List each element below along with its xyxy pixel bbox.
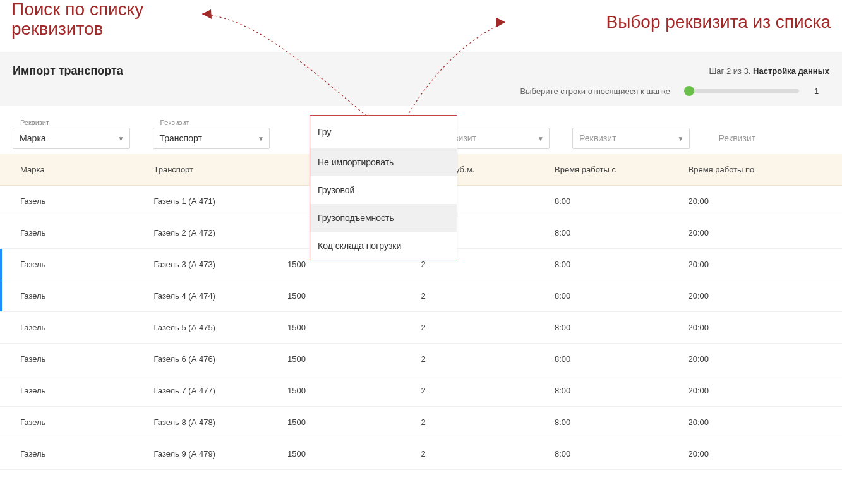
table-cell: 8:00 — [555, 196, 689, 206]
table-cell: 2 — [421, 417, 555, 427]
dropdown-item-warehouse-code[interactable]: Код склада погрузки — [310, 232, 457, 260]
col4-select-value: Реквизит — [579, 133, 616, 143]
column-1: Реквизит Транспорт ▼ — [153, 119, 270, 153]
col5-select[interactable]: Реквизит — [713, 128, 830, 149]
table-cell: Газель 8 (А 478) — [154, 417, 288, 427]
chevron-down-icon: ▼ — [258, 135, 264, 142]
dropdown-item-capacity[interactable]: Грузоподъемность — [310, 204, 457, 232]
table-row[interactable]: ГазельГазель 9 (А 479)150028:0020:00 — [0, 438, 842, 470]
table-cell: 8:00 — [555, 386, 689, 395]
table-cell: 20:00 — [689, 228, 822, 237]
table-cell: Газель — [20, 386, 154, 395]
table-cell: 2 — [421, 449, 555, 459]
table-cell: 20:00 — [689, 354, 822, 364]
svg-marker-0 — [202, 9, 212, 19]
header-rows-slider[interactable] — [685, 89, 799, 93]
th-col4: Время работы с — [555, 165, 689, 174]
step-name: Настройка данных — [753, 66, 829, 76]
col4-select[interactable]: Реквизит ▼ — [572, 128, 690, 149]
table-cell: 8:00 — [555, 354, 689, 364]
requisite-dropdown[interactable]: Не импортировать Грузовой Грузоподъемнос… — [310, 115, 457, 260]
header-rows-prompt: Выберите строки относящиеся к шапке — [520, 87, 670, 96]
table-cell: 1500 — [287, 449, 421, 459]
step-indicator: Шаг 2 из 3. Настройка данных — [709, 65, 829, 76]
step-prefix: Шаг 2 из 3. — [709, 66, 750, 76]
table-cell: Газель 5 (А 475) — [154, 323, 288, 332]
th-col5: Время работы по — [689, 165, 822, 174]
table-cell: Газель 4 (А 474) — [154, 291, 288, 301]
col1-select-value: Транспорт — [160, 133, 202, 143]
col5-select-value: Реквизит — [719, 133, 756, 143]
table-cell: 2 — [421, 354, 555, 364]
col1-select[interactable]: Транспорт ▼ — [153, 128, 270, 149]
th-col1: Транспорт — [154, 165, 288, 174]
table-row[interactable]: ГазельГазель 6 (А 476)150028:0020:00 — [0, 344, 842, 375]
table-cell: Газель 2 (А 472) — [154, 228, 288, 237]
table-cell: 20:00 — [689, 323, 822, 332]
table-cell: 1500 — [287, 260, 421, 269]
column-5: Реквизит — [713, 119, 830, 153]
table-cell: 1500 — [287, 291, 421, 301]
table-cell: 8:00 — [555, 260, 689, 269]
table-cell: Газель 9 (А 479) — [154, 449, 288, 459]
table-cell: Газель — [20, 449, 154, 459]
col1-small-label: Реквизит — [153, 119, 270, 128]
chevron-down-icon: ▼ — [118, 135, 124, 142]
table-cell: 8:00 — [555, 228, 689, 237]
table-cell: 2 — [421, 386, 555, 395]
table-cell: 1500 — [287, 417, 421, 427]
table-cell: 1500 — [287, 354, 421, 364]
table-cell: 2 — [421, 260, 555, 269]
table-cell: Газель — [20, 417, 154, 427]
table-cell: Газель 3 (А 473) — [154, 260, 288, 269]
col0-select-value: Марка — [20, 133, 46, 143]
table-cell: 8:00 — [555, 323, 689, 332]
table-cell: Газель — [20, 323, 154, 332]
chevron-down-icon: ▼ — [538, 135, 544, 142]
page-root: Поиск по спискуреквизитов Выбор реквизит… — [0, 0, 842, 504]
table-cell: Газель 1 (А 471) — [154, 196, 288, 206]
col0-select[interactable]: Марка ▼ — [13, 128, 130, 149]
annotation-select-label: Выбор реквизита из списка — [606, 13, 831, 32]
table-cell: Газель 6 (А 476) — [154, 354, 288, 364]
table-cell: Газель — [20, 228, 154, 237]
dropdown-search-row — [310, 116, 457, 148]
table-cell: 20:00 — [689, 417, 822, 427]
table-cell: 20:00 — [689, 291, 822, 301]
table-cell: 20:00 — [689, 196, 822, 206]
svg-marker-1 — [496, 18, 505, 27]
table-cell: 20:00 — [689, 386, 822, 395]
table-cell: 2 — [421, 323, 555, 332]
table-row[interactable]: ГазельГазель 8 (А 478)150028:0020:00 — [0, 407, 842, 438]
dropdown-item-cargo[interactable]: Грузовой — [310, 176, 457, 204]
dropdown-search-input[interactable] — [318, 127, 449, 137]
table-cell: Газель 7 (А 477) — [154, 386, 288, 395]
table-cell: Газель — [20, 260, 154, 269]
slider-value: 1 — [814, 87, 829, 96]
table-cell: 20:00 — [689, 449, 822, 459]
column-0: Реквизит Марка ▼ — [13, 119, 130, 153]
table-cell: 8:00 — [555, 449, 689, 459]
table-cell: Газель — [20, 354, 154, 364]
table-cell: 1500 — [287, 323, 421, 332]
table-cell: Газель — [20, 196, 154, 206]
table-cell: 1500 — [287, 386, 421, 395]
th-col0: Марка — [20, 165, 154, 174]
slider-thumb[interactable] — [684, 86, 694, 96]
table-row[interactable]: ГазельГазель 7 (А 477)150028:0020:00 — [0, 375, 842, 407]
table-row[interactable]: ГазельГазель 4 (А 474)150028:0020:00 — [0, 280, 842, 312]
col0-small-label: Реквизит — [13, 119, 130, 128]
dropdown-item-no-import[interactable]: Не импортировать — [310, 148, 457, 176]
subbar: Выберите строки относящиеся к шапке 1 — [0, 76, 842, 106]
annotation-search-label: Поиск по спискуреквизитов — [11, 0, 143, 39]
chevron-down-icon: ▼ — [678, 135, 684, 142]
table-cell: 8:00 — [555, 417, 689, 427]
table-row[interactable]: ГазельГазель 5 (А 475)150028:0020:00 — [0, 312, 842, 344]
table-cell: 2 — [421, 291, 555, 301]
table-cell: Газель — [20, 291, 154, 301]
table-cell: 20:00 — [689, 260, 822, 269]
column-4: Реквизит ▼ — [572, 119, 690, 153]
table-cell: 8:00 — [555, 291, 689, 301]
